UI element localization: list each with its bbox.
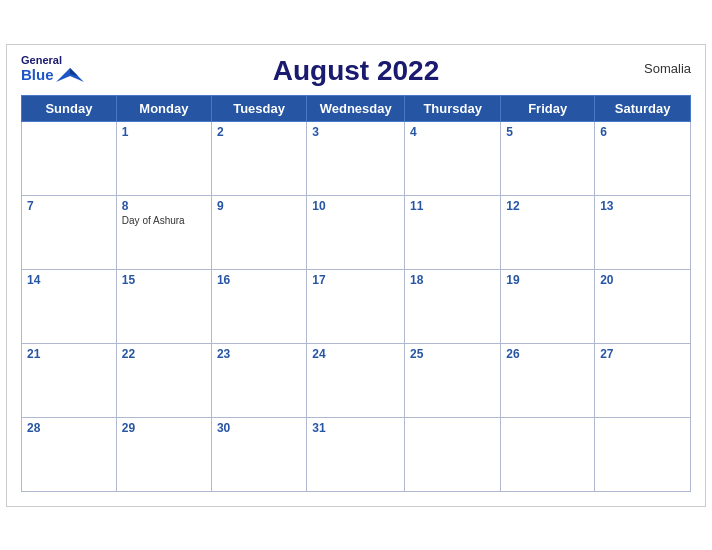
day-number: 26 — [506, 347, 589, 361]
header-saturday: Saturday — [595, 95, 691, 121]
day-cell-4-0: 28 — [22, 417, 117, 491]
day-cell-3-4: 25 — [405, 343, 501, 417]
day-number: 31 — [312, 421, 399, 435]
day-number: 12 — [506, 199, 589, 213]
day-cell-0-4: 4 — [405, 121, 501, 195]
day-number: 4 — [410, 125, 495, 139]
logo-blue-text: Blue — [21, 67, 54, 82]
day-number: 29 — [122, 421, 206, 435]
calendar-title-section: August 2022 — [273, 55, 440, 87]
day-number: 17 — [312, 273, 399, 287]
day-number: 30 — [217, 421, 301, 435]
week-row-5: 28293031 — [22, 417, 691, 491]
weekday-header-row: Sunday Monday Tuesday Wednesday Thursday… — [22, 95, 691, 121]
day-cell-0-3: 3 — [307, 121, 405, 195]
country-label: Somalia — [644, 61, 691, 76]
header-monday: Monday — [116, 95, 211, 121]
day-number: 24 — [312, 347, 399, 361]
day-number: 6 — [600, 125, 685, 139]
day-number: 7 — [27, 199, 111, 213]
week-row-3: 14151617181920 — [22, 269, 691, 343]
day-number: 22 — [122, 347, 206, 361]
day-number: 15 — [122, 273, 206, 287]
day-cell-4-1: 29 — [116, 417, 211, 491]
day-cell-1-1: 8Day of Ashura — [116, 195, 211, 269]
day-cell-4-3: 31 — [307, 417, 405, 491]
day-cell-1-6: 13 — [595, 195, 691, 269]
day-cell-2-6: 20 — [595, 269, 691, 343]
day-number: 13 — [600, 199, 685, 213]
calendar-header: General Blue August 2022 Somalia — [21, 55, 691, 87]
day-cell-1-0: 7 — [22, 195, 117, 269]
day-number: 10 — [312, 199, 399, 213]
day-number: 8 — [122, 199, 206, 213]
logo-general-text: General — [21, 55, 84, 66]
day-cell-2-5: 19 — [501, 269, 595, 343]
day-number: 3 — [312, 125, 399, 139]
calendar-title: August 2022 — [273, 55, 440, 87]
day-number: 28 — [27, 421, 111, 435]
day-cell-2-2: 16 — [211, 269, 306, 343]
header-friday: Friday — [501, 95, 595, 121]
day-cell-2-3: 17 — [307, 269, 405, 343]
day-cell-0-2: 2 — [211, 121, 306, 195]
day-cell-0-0 — [22, 121, 117, 195]
day-cell-2-0: 14 — [22, 269, 117, 343]
week-row-2: 78Day of Ashura910111213 — [22, 195, 691, 269]
day-cell-3-2: 23 — [211, 343, 306, 417]
day-number: 18 — [410, 273, 495, 287]
day-cell-3-0: 21 — [22, 343, 117, 417]
calendar-grid: Sunday Monday Tuesday Wednesday Thursday… — [21, 95, 691, 492]
day-number: 27 — [600, 347, 685, 361]
day-number: 21 — [27, 347, 111, 361]
day-cell-3-3: 24 — [307, 343, 405, 417]
event-text: Day of Ashura — [122, 215, 206, 226]
day-number: 23 — [217, 347, 301, 361]
calendar-container: General Blue August 2022 Somalia Sunday — [6, 44, 706, 507]
day-cell-1-5: 12 — [501, 195, 595, 269]
week-row-4: 21222324252627 — [22, 343, 691, 417]
day-number: 16 — [217, 273, 301, 287]
day-number: 1 — [122, 125, 206, 139]
day-cell-1-4: 11 — [405, 195, 501, 269]
day-number: 19 — [506, 273, 589, 287]
day-cell-1-2: 9 — [211, 195, 306, 269]
day-cell-3-6: 27 — [595, 343, 691, 417]
day-cell-2-1: 15 — [116, 269, 211, 343]
day-cell-4-4 — [405, 417, 501, 491]
day-cell-4-6 — [595, 417, 691, 491]
week-row-1: 123456 — [22, 121, 691, 195]
day-cell-2-4: 18 — [405, 269, 501, 343]
header-sunday: Sunday — [22, 95, 117, 121]
day-cell-0-6: 6 — [595, 121, 691, 195]
header-tuesday: Tuesday — [211, 95, 306, 121]
header-thursday: Thursday — [405, 95, 501, 121]
day-cell-4-2: 30 — [211, 417, 306, 491]
day-cell-1-3: 10 — [307, 195, 405, 269]
day-number: 9 — [217, 199, 301, 213]
day-cell-3-1: 22 — [116, 343, 211, 417]
day-number: 11 — [410, 199, 495, 213]
logo: General Blue — [21, 55, 84, 84]
day-number: 25 — [410, 347, 495, 361]
day-number: 14 — [27, 273, 111, 287]
day-cell-4-5 — [501, 417, 595, 491]
day-cell-0-1: 1 — [116, 121, 211, 195]
day-number: 2 — [217, 125, 301, 139]
day-number: 5 — [506, 125, 589, 139]
logo-bird-icon — [56, 66, 84, 84]
day-cell-0-5: 5 — [501, 121, 595, 195]
day-cell-3-5: 26 — [501, 343, 595, 417]
header-wednesday: Wednesday — [307, 95, 405, 121]
day-number: 20 — [600, 273, 685, 287]
